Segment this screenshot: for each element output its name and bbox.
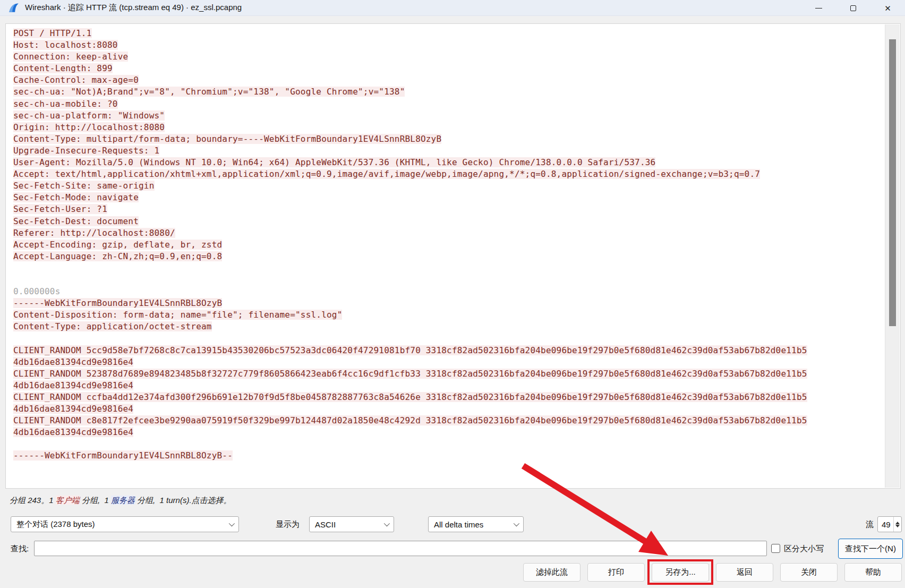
stream-line: CLIENT_RANDOM c8e817f2efcee3be9290aa0759…	[13, 415, 884, 427]
stream-line: Sec-Fetch-Mode: navigate	[13, 192, 884, 203]
find-input[interactable]	[34, 541, 767, 556]
status-part: 分组, 1	[80, 496, 111, 505]
stream-line: Content-Type: application/octet-stream	[13, 321, 884, 333]
close-button[interactable]: ✕	[870, 0, 905, 16]
stream-line: Cache-Control: max-age=0	[13, 74, 884, 86]
dialog-buttons-row: 滤掉此流打印另存为...返回关闭帮助	[523, 563, 902, 582]
stream-line: CLIENT_RANDOM 5cc9d58e7bf7268c8c7ca13915…	[13, 345, 884, 356]
minimize-button[interactable]	[801, 0, 836, 16]
close-icon: ✕	[884, 4, 891, 12]
wireshark-icon	[8, 2, 20, 14]
stream-line: sec-ch-ua-mobile: ?0	[13, 98, 884, 110]
spinner-arrows	[893, 517, 901, 532]
stream-line: Content-Disposition: form-data; name="fi…	[13, 309, 884, 321]
stream-line: 4db16dae81394cd9e9816e4	[13, 403, 884, 415]
find-next-button[interactable]: 查找下一个(N)	[838, 539, 903, 559]
case-sensitive-checkbox[interactable]	[771, 544, 780, 553]
status-part: 点击选择。	[192, 496, 232, 505]
stream-line: Host: localhost:8080	[13, 39, 884, 51]
stream-content-panel[interactable]: POST / HTTP/1.1Host: localhost:8080Conne…	[5, 23, 901, 489]
show-as-selector[interactable]: ASCII	[309, 516, 394, 532]
chevron-down-icon	[229, 521, 235, 526]
status-part: 服务器	[111, 496, 135, 505]
stream-line: Accept: text/html,application/xhtml+xml,…	[13, 168, 884, 180]
stream-line	[13, 333, 884, 344]
stream-line: Upgrade-Insecure-Requests: 1	[13, 145, 884, 157]
minimize-icon	[815, 8, 822, 8]
back-button[interactable]: 返回	[716, 563, 773, 582]
status-part: 分组 243。1	[10, 496, 56, 505]
stream-line: 4db16dae81394cd9e9816e4	[13, 380, 884, 391]
stream-text[interactable]: POST / HTTP/1.1Host: localhost:8080Conne…	[6, 24, 884, 488]
close-button[interactable]: 关闭	[780, 563, 838, 582]
show-as-label: 显示为	[276, 519, 300, 530]
delta-times-selector[interactable]: All delta times	[428, 516, 524, 532]
stream-line: CLIENT_RANDOM ccfba4dd12e374afd300f296b6…	[13, 391, 884, 403]
stream-line: sec-ch-ua: "Not)A;Brand";v="8", "Chromiu…	[13, 86, 884, 98]
stream-line: Accept-Language: zh-CN,zh;q=0.9,en;q=0.8	[13, 251, 884, 262]
stream-line: ------WebKitFormBoundary1EV4LSnnRBL8OzyB	[13, 297, 884, 309]
vertical-scrollbar[interactable]	[885, 24, 900, 488]
spinner-up-icon[interactable]	[895, 522, 900, 524]
stream-line: Referer: http://localhost:8080/	[13, 227, 884, 239]
spinner-down-icon[interactable]	[895, 525, 900, 527]
stream-line: 0.000000s	[13, 286, 884, 297]
stream-line	[13, 274, 884, 286]
stream-number-spinner[interactable]: 49	[877, 516, 902, 532]
stream-number-value: 49	[882, 520, 891, 529]
help-button[interactable]: 帮助	[844, 563, 902, 582]
conversation-selector-value: 整个对话 (2378 bytes)	[16, 519, 95, 530]
stream-line: 4db16dae81394cd9e9816e4	[13, 356, 884, 368]
stream-line: Connection: keep-alive	[13, 51, 884, 63]
save-as-button[interactable]: 另存为...	[652, 563, 709, 582]
stream-line: User-Agent: Mozilla/5.0 (Windows NT 10.0…	[13, 157, 884, 168]
stream-line: POST / HTTP/1.1	[13, 28, 884, 39]
show-as-selector-value: ASCII	[315, 520, 336, 529]
conversation-selector[interactable]: 整个对话 (2378 bytes)	[11, 516, 239, 532]
maximize-button[interactable]	[836, 0, 870, 16]
titlebar: Wireshark · 追踪 HTTP 流 (tcp.stream eq 49)…	[0, 0, 905, 16]
status-part: 分组, 1 turn(s).	[135, 496, 192, 505]
packet-summary-line: 分组 243。1 客户端 分组, 1 服务器 分组, 1 turn(s).点击选…	[10, 496, 232, 508]
chevron-down-icon	[384, 521, 390, 526]
stream-line: 4db16dae81394cd9e9816e4	[13, 427, 884, 438]
filter-out-stream-button[interactable]: 滤掉此流	[523, 563, 580, 582]
stream-label: 流	[866, 519, 874, 530]
find-label: 查找:	[11, 544, 29, 554]
stream-line	[13, 262, 884, 274]
stream-line: CLIENT_RANDOM 523878d7689e894823485b8f32…	[13, 368, 884, 380]
maximize-icon	[850, 5, 856, 11]
stream-line: Sec-Fetch-Site: same-origin	[13, 180, 884, 192]
chevron-down-icon	[514, 521, 519, 526]
stream-line: Sec-Fetch-User: ?1	[13, 203, 884, 215]
delta-times-selector-value: All delta times	[434, 520, 483, 529]
stream-line: Content-Length: 899	[13, 63, 884, 74]
stream-line: Sec-Fetch-Dest: document	[13, 216, 884, 227]
stream-line: Accept-Encoding: gzip, deflate, br, zstd	[13, 239, 884, 251]
window-title: Wireshark · 追踪 HTTP 流 (tcp.stream eq 49)…	[25, 3, 242, 13]
print-button[interactable]: 打印	[587, 563, 645, 582]
window-controls: ✕	[801, 0, 905, 16]
scrollbar-thumb[interactable]	[889, 39, 896, 326]
stream-line: ------WebKitFormBoundary1EV4LSnnRBL8OzyB…	[13, 450, 884, 462]
stream-line: Content-Type: multipart/form-data; bound…	[13, 133, 884, 145]
stream-line: Origin: http://localhost:8080	[13, 122, 884, 133]
stream-line: sec-ch-ua-platform: "Windows"	[13, 110, 884, 122]
stream-line	[13, 438, 884, 450]
case-sensitive-label: 区分大小写	[784, 544, 824, 554]
status-part: 客户端	[56, 496, 80, 505]
